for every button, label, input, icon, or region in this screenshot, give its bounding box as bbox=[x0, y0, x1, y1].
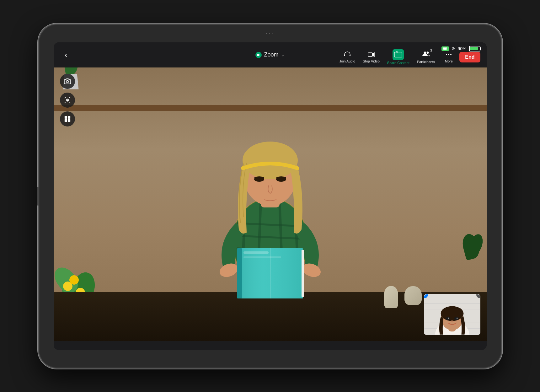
top-bar: ‹ Zoom ⌄ ⊛ 90% bbox=[54, 42, 487, 67]
grid-icon bbox=[64, 115, 71, 122]
participants-icon-wrapper: 2 bbox=[422, 50, 430, 59]
svg-point-53 bbox=[454, 316, 458, 320]
share-content-label: Share Content bbox=[387, 61, 409, 65]
main-participant-video bbox=[192, 110, 349, 298]
zoom-logo-icon bbox=[255, 52, 261, 58]
headphone-icon bbox=[344, 51, 351, 58]
grid-view-button[interactable] bbox=[60, 111, 75, 126]
plant-right bbox=[462, 221, 487, 259]
svg-rect-29 bbox=[243, 256, 281, 258]
main-video-area: + − bbox=[54, 67, 487, 341]
share-content-button[interactable]: Share Content bbox=[384, 48, 413, 66]
flower-3 bbox=[69, 275, 79, 285]
camera-icon bbox=[64, 78, 71, 85]
stop-video-button[interactable]: Stop Video bbox=[360, 50, 383, 64]
participants-label: Participants bbox=[417, 60, 435, 64]
svg-point-52 bbox=[446, 316, 450, 320]
video-camera-icon bbox=[367, 51, 375, 58]
tablet-screen: ‹ Zoom ⌄ ⊛ 90% bbox=[54, 42, 487, 350]
svg-point-21 bbox=[217, 261, 239, 279]
svg-rect-39 bbox=[67, 116, 70, 118]
tablet-device: ‹ Zoom ⌄ ⊛ 90% bbox=[38, 24, 502, 369]
self-view-video bbox=[424, 294, 480, 335]
svg-point-10 bbox=[448, 54, 449, 55]
app-name-label: Zoom bbox=[264, 51, 278, 58]
svg-point-35 bbox=[66, 80, 68, 83]
svg-point-37 bbox=[67, 99, 68, 100]
svg-point-56 bbox=[451, 320, 453, 322]
vase-item bbox=[384, 286, 398, 308]
svg-point-11 bbox=[450, 54, 452, 55]
svg-rect-38 bbox=[64, 116, 67, 118]
svg-rect-27 bbox=[302, 250, 304, 297]
more-label: More bbox=[445, 59, 453, 63]
svg-point-9 bbox=[446, 54, 447, 55]
face-detect-button[interactable] bbox=[60, 93, 75, 108]
bottom-bar bbox=[54, 341, 487, 350]
self-view-person-svg bbox=[424, 294, 480, 335]
svg-rect-28 bbox=[243, 251, 269, 254]
svg-point-7 bbox=[424, 51, 426, 54]
back-button[interactable]: ‹ bbox=[60, 49, 72, 61]
svg-rect-40 bbox=[64, 119, 67, 121]
teapot-item bbox=[404, 286, 422, 305]
video-scene bbox=[54, 67, 487, 341]
stop-video-label: Stop Video bbox=[363, 59, 380, 63]
svg-rect-3 bbox=[344, 55, 345, 56]
svg-rect-6 bbox=[394, 52, 402, 57]
table-items bbox=[384, 286, 422, 308]
screenshot-button[interactable] bbox=[60, 74, 75, 89]
svg-point-55 bbox=[456, 317, 457, 319]
svg-point-51 bbox=[441, 306, 463, 321]
app-chevron-icon: ⌄ bbox=[281, 52, 285, 57]
svg-rect-5 bbox=[368, 53, 372, 56]
more-button[interactable]: More bbox=[439, 50, 458, 64]
svg-point-32 bbox=[243, 142, 298, 179]
camera-controls bbox=[60, 74, 75, 126]
join-audio-label: Join Audio bbox=[339, 59, 355, 63]
participants-count-badge: 2 bbox=[430, 48, 432, 52]
face-detect-icon bbox=[64, 97, 71, 104]
svg-point-8 bbox=[426, 51, 429, 54]
end-call-button[interactable]: End bbox=[459, 52, 480, 62]
svg-rect-4 bbox=[350, 55, 350, 56]
table-surface bbox=[54, 292, 487, 341]
more-dots-icon bbox=[445, 51, 452, 58]
self-view-pip[interactable]: + − bbox=[424, 294, 480, 335]
toolbar: Join Audio Stop Video bbox=[336, 49, 480, 65]
svg-rect-41 bbox=[67, 119, 70, 121]
app-title-bar: Zoom ⌄ bbox=[255, 51, 285, 58]
join-audio-button[interactable]: Join Audio bbox=[336, 50, 358, 64]
participants-icon bbox=[422, 50, 430, 58]
svg-rect-25 bbox=[237, 248, 242, 298]
participants-button[interactable]: 2 Participants bbox=[414, 49, 438, 65]
svg-point-54 bbox=[448, 317, 449, 319]
share-content-icon bbox=[393, 49, 404, 60]
